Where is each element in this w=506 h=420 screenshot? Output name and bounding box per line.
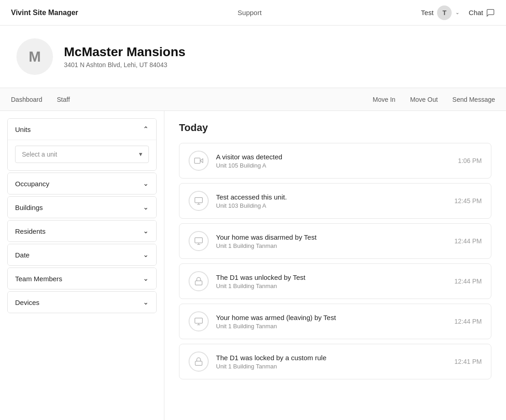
event-subtitle: Unit 105 Building A xyxy=(216,162,451,169)
filter-date-label: Date xyxy=(15,251,30,259)
filter-devices-header[interactable]: Devices ⌄ xyxy=(8,292,156,313)
chevron-down-icon: ⌄ xyxy=(143,227,149,235)
event-card: Your home was disarmed by Test Unit 1 Bu… xyxy=(179,223,491,259)
filter-date-header[interactable]: Date ⌄ xyxy=(8,244,156,265)
filter-occupancy-label: Occupancy xyxy=(15,180,49,188)
chevron-up-icon: ⌃ xyxy=(143,125,149,133)
filter-buildings-header[interactable]: Buildings ⌄ xyxy=(8,197,156,218)
filter-units-label: Units xyxy=(15,126,31,133)
property-address: 3401 N Ashton Blvd, Lehi, UT 84043 xyxy=(64,61,185,68)
filter-buildings: Buildings ⌄ xyxy=(7,196,157,218)
event-icon-wrapper xyxy=(189,231,209,251)
section-title: Today xyxy=(179,122,491,134)
event-icon-wrapper xyxy=(189,271,209,291)
chevron-down-icon: ⌄ xyxy=(143,179,149,188)
secondary-nav-left: Dashboard Staff xyxy=(11,96,373,103)
filter-devices: Devices ⌄ xyxy=(7,291,157,313)
nav-send-message[interactable]: Send Message xyxy=(453,96,495,103)
chevron-down-icon: ⌄ xyxy=(455,10,459,16)
chevron-down-icon: ⌄ xyxy=(143,251,149,259)
event-icon-wrapper xyxy=(189,191,209,211)
filter-residents: Residents ⌄ xyxy=(7,220,157,242)
svg-rect-8 xyxy=(195,318,203,324)
event-time: 12:44 PM xyxy=(454,318,482,325)
nav-dashboard[interactable]: Dashboard xyxy=(11,96,42,103)
event-time: 12:44 PM xyxy=(454,278,482,285)
app-title: Vivint Site Manager xyxy=(11,9,78,17)
event-title: The D1 was locked by a custom rule xyxy=(216,354,447,362)
panel-icon xyxy=(194,196,203,205)
event-card: The D1 was unlocked by Test Unit 1 Build… xyxy=(179,263,491,299)
event-title: Your home was disarmed by Test xyxy=(216,233,447,241)
svg-rect-1 xyxy=(195,198,203,203)
chevron-down-icon: ⌄ xyxy=(143,274,149,283)
filter-team-members: Team Members ⌄ xyxy=(7,268,157,289)
filter-date: Date ⌄ xyxy=(7,244,157,266)
event-icon-wrapper xyxy=(189,151,209,171)
event-title: The D1 was unlocked by Test xyxy=(216,273,447,281)
chat-icon xyxy=(486,8,495,17)
lock-icon xyxy=(194,277,203,286)
secondary-nav: Dashboard Staff Move In Move Out Send Me… xyxy=(0,88,506,111)
filter-devices-label: Devices xyxy=(15,299,39,306)
events-list: A visitor was detected Unit 105 Building… xyxy=(179,143,491,379)
nav-move-out[interactable]: Move Out xyxy=(410,96,438,103)
unit-select[interactable]: Select a unit xyxy=(15,146,149,163)
filter-occupancy-header[interactable]: Occupancy ⌄ xyxy=(8,173,156,194)
user-avatar: T xyxy=(437,5,452,20)
filter-units: Units ⌃ Select a unit ▼ xyxy=(7,118,157,171)
filter-residents-label: Residents xyxy=(15,227,46,235)
svg-rect-11 xyxy=(195,361,202,365)
user-menu[interactable]: Test T ⌄ xyxy=(421,5,460,20)
topnav-right: Test T ⌄ Chat xyxy=(421,5,495,20)
event-body: The D1 was locked by a custom rule Unit … xyxy=(216,354,447,370)
chat-label: Chat xyxy=(469,9,483,16)
event-card: The D1 was locked by a custom rule Unit … xyxy=(179,344,491,379)
property-header: M McMaster Mansions 3401 N Ashton Blvd, … xyxy=(0,26,506,88)
support-link[interactable]: Support xyxy=(237,9,262,16)
property-avatar: M xyxy=(16,38,53,75)
property-info: McMaster Mansions 3401 N Ashton Blvd, Le… xyxy=(64,45,185,68)
property-name: McMaster Mansions xyxy=(64,45,185,59)
event-subtitle: Unit 1 Building Tanman xyxy=(216,363,447,370)
event-time: 1:06 PM xyxy=(458,157,482,164)
event-subtitle: Unit 1 Building Tanman xyxy=(216,283,447,289)
chat-button[interactable]: Chat xyxy=(469,8,495,17)
filter-occupancy: Occupancy ⌄ xyxy=(7,173,157,194)
event-time: 12:44 PM xyxy=(454,237,482,245)
filter-residents-header[interactable]: Residents ⌄ xyxy=(8,220,156,242)
event-card: Test accessed this unit. Unit 103 Buildi… xyxy=(179,183,491,219)
event-title: Your home was armed (leaving) by Test xyxy=(216,314,447,321)
content-area: Today A visitor was detected Unit 105 Bu… xyxy=(164,111,506,420)
event-subtitle: Unit 1 Building Tanman xyxy=(216,242,447,249)
event-body: Your home was disarmed by Test Unit 1 Bu… xyxy=(216,233,447,249)
event-icon-wrapper xyxy=(189,352,209,372)
panel-icon xyxy=(194,236,203,246)
main-layout: Units ⌃ Select a unit ▼ Occupancy ⌄ xyxy=(0,111,506,420)
unit-select-wrapper: Select a unit ▼ xyxy=(15,146,149,163)
secondary-nav-right: Move In Move Out Send Message xyxy=(373,96,495,103)
filter-team-members-header[interactable]: Team Members ⌄ xyxy=(8,268,156,289)
sidebar: Units ⌃ Select a unit ▼ Occupancy ⌄ xyxy=(0,111,164,420)
chevron-down-icon: ⌄ xyxy=(143,203,149,211)
event-body: A visitor was detected Unit 105 Building… xyxy=(216,153,451,169)
event-title: A visitor was detected xyxy=(216,153,451,161)
lock-icon xyxy=(194,357,203,366)
event-body: Test accessed this unit. Unit 103 Buildi… xyxy=(216,193,447,209)
event-time: 12:45 PM xyxy=(454,197,482,205)
svg-rect-4 xyxy=(195,238,203,243)
event-body: Your home was armed (leaving) by Test Un… xyxy=(216,314,447,330)
chevron-down-icon: ⌄ xyxy=(143,298,149,306)
filter-buildings-label: Buildings xyxy=(15,204,43,211)
user-label: Test xyxy=(421,9,434,16)
nav-staff[interactable]: Staff xyxy=(57,96,70,103)
filter-team-members-label: Team Members xyxy=(15,275,62,283)
event-card: A visitor was detected Unit 105 Building… xyxy=(179,143,491,178)
event-title: Test accessed this unit. xyxy=(216,193,447,201)
event-icon-wrapper xyxy=(189,311,209,331)
nav-move-in[interactable]: Move In xyxy=(373,96,395,103)
top-nav: Vivint Site Manager Support Test T ⌄ Cha… xyxy=(0,0,506,26)
filter-units-header[interactable]: Units ⌃ xyxy=(8,119,156,140)
svg-rect-7 xyxy=(195,281,202,285)
camera-icon xyxy=(194,156,203,165)
